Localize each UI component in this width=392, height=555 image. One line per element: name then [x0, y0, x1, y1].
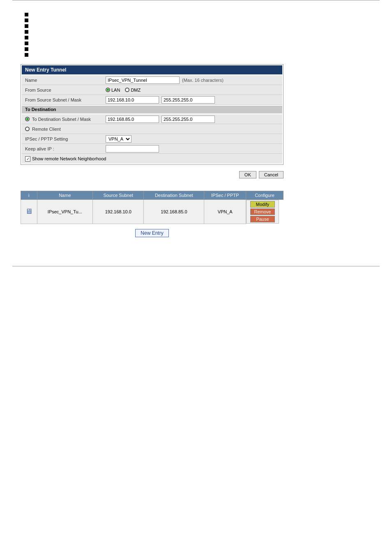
to-dest-mask-input[interactable] — [161, 116, 215, 123]
col-header-i: i — [21, 191, 37, 200]
remote-client-radio-item[interactable]: Remote Client — [25, 127, 101, 132]
lan-radio-icon — [106, 88, 110, 92]
ipsec-pptp-row: IPSec / PPTP Setting VPN_A VPN_B VPN_C — [22, 134, 282, 144]
lan-radio-item[interactable]: LAN — [106, 88, 120, 92]
bullet-square-icon-7 — [25, 47, 28, 51]
keepalive-label: Keep alive IP : — [22, 145, 104, 153]
table-row: 🖥 IPsec_VPN_Tu... 192.168.10.0 192.168.8… — [21, 200, 284, 224]
bullet-square-icon-8 — [25, 53, 28, 57]
bullet-square-icon — [25, 13, 28, 16]
to-dest-subnet-label: To Destination Subnet / Mask — [22, 116, 104, 123]
col-header-destination: Destination Subnet — [144, 191, 204, 200]
show-remote-checkbox-item[interactable]: Show remote Network Neighborhood — [25, 156, 106, 162]
from-source-mask-input[interactable] — [161, 96, 215, 104]
bullet-square-icon-4 — [25, 30, 28, 34]
bullet-item-4 — [25, 30, 371, 34]
bullet-item-8 — [25, 53, 371, 57]
row-destination-cell: 192.168.85.0 — [144, 200, 204, 224]
show-remote-row: Show remote Network Neighborhood — [22, 154, 282, 164]
name-label: Name — [22, 76, 104, 84]
ipsec-pptp-select[interactable]: VPN_A VPN_B VPN_C — [106, 135, 131, 143]
bullet-item-1 — [25, 13, 371, 16]
tunnel-form: New Entry Tunnel Name (Max. 16 character… — [21, 64, 284, 165]
bullet-list — [21, 13, 371, 57]
keepalive-row: Keep alive IP : — [22, 144, 282, 154]
to-destination-header-row: To Destination — [22, 106, 282, 113]
to-dest-radio-item[interactable]: To Destination Subnet / Mask — [25, 117, 101, 122]
lan-label: LAN — [111, 88, 120, 92]
bullet-item-5 — [25, 36, 371, 39]
row-name-cell: IPsec_VPN_Tu... — [37, 200, 93, 224]
new-entry-button[interactable]: New Entry — [135, 229, 168, 237]
from-source-subnet-input[interactable] — [106, 96, 159, 104]
new-entry-container: New Entry — [21, 229, 284, 237]
to-dest-subnet-row: To Destination Subnet / Mask — [22, 114, 282, 124]
remote-client-radio-icon — [25, 127, 30, 131]
name-row: Name (Max. 16 characters) — [22, 75, 282, 85]
row-source-cell: 192.168.10.0 — [93, 200, 144, 224]
pause-button[interactable]: Pause — [250, 216, 275, 222]
ipsec-pptp-label: IPSec / PPTP Setting — [22, 135, 104, 143]
col-header-ipsec: IPSec / PPTP — [204, 191, 246, 200]
bullet-item-2 — [25, 18, 371, 22]
dmz-label: DMZ — [131, 88, 141, 92]
bullet-item-3 — [25, 24, 371, 28]
bullet-item-7 — [25, 47, 371, 51]
bullet-square-icon-3 — [25, 24, 28, 28]
name-hint: (Max. 16 characters) — [182, 78, 224, 83]
to-dest-subnet-input[interactable] — [106, 116, 159, 123]
modify-button[interactable]: Modify — [250, 201, 275, 208]
form-buttons: OK Cancel — [21, 171, 284, 178]
vpn-table-section: i Name Source Subnet Destination Subnet … — [21, 191, 371, 237]
bullet-square-icon-2 — [25, 18, 28, 22]
from-source-subnet-row: From Source Subnet / Mask — [22, 95, 282, 105]
bullet-item-6 — [25, 42, 371, 45]
to-destination-header: To Destination — [22, 106, 282, 113]
from-source-row: From Source LAN DMZ — [22, 85, 282, 95]
keepalive-value-cell — [104, 144, 282, 153]
remote-client-row: Remote Client — [22, 124, 282, 134]
row-ipsec-cell: VPN_A — [204, 200, 246, 224]
show-remote-cell: Show remote Network Neighborhood — [22, 155, 282, 163]
from-source-value-cell: LAN DMZ — [104, 87, 282, 93]
name-input[interactable] — [106, 76, 180, 84]
vpn-table: i Name Source Subnet Destination Subnet … — [21, 191, 284, 224]
from-source-label: From Source — [22, 86, 104, 94]
from-source-subnet-label: From Source Subnet / Mask — [22, 96, 104, 104]
dmz-radio-icon — [125, 88, 129, 92]
col-header-name: Name — [37, 191, 93, 200]
row-icon-cell: 🖥 — [21, 200, 37, 224]
remote-client-label: Remote Client — [32, 127, 61, 132]
keepalive-input[interactable] — [106, 145, 159, 153]
row-configure-cell: Modify Remove Pause — [246, 200, 279, 224]
dmz-radio-item[interactable]: DMZ — [125, 88, 141, 92]
to-dest-radio-icon — [25, 117, 30, 121]
bullet-square-icon-5 — [25, 36, 28, 39]
ok-button[interactable]: OK — [239, 171, 256, 178]
cancel-button[interactable]: Cancel — [259, 171, 284, 178]
show-remote-label: Show remote Network Neighborhood — [32, 156, 106, 161]
to-dest-subnet-value-cell — [104, 115, 282, 124]
col-header-source: Source Subnet — [93, 191, 144, 200]
to-dest-subnet-label-text: To Destination Subnet / Mask — [32, 117, 91, 122]
bullet-square-icon-6 — [25, 42, 28, 45]
remove-button[interactable]: Remove — [250, 208, 275, 215]
ipsec-pptp-value-cell: VPN_A VPN_B VPN_C — [104, 134, 282, 143]
col-header-configure: Configure — [246, 191, 284, 200]
from-source-radio-group: LAN DMZ — [106, 88, 141, 92]
from-source-subnet-value-cell — [104, 95, 282, 104]
show-remote-checkbox-icon — [25, 156, 30, 162]
tunnel-form-header: New Entry Tunnel — [22, 65, 282, 74]
remote-client-cell: Remote Client — [22, 125, 104, 133]
name-value-cell: (Max. 16 characters) — [104, 76, 282, 85]
network-icon: 🖥 — [25, 207, 32, 215]
